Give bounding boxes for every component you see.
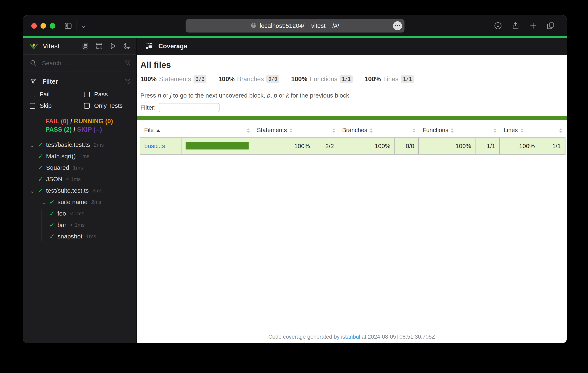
metric-branches: 100% Branches 0/0	[218, 75, 279, 83]
checkbox[interactable]	[30, 92, 35, 97]
tree-item[interactable]: ✓snapshot1ms	[38, 231, 136, 242]
test-name: snapshot	[57, 233, 83, 240]
tree-item[interactable]: ⌄✓test/basic.test.ts2ms	[26, 139, 136, 151]
metric-functions: 100% Functions 1/1	[291, 75, 353, 83]
app-title: Vitest	[43, 42, 60, 50]
coverage-filter-label: Filter:	[140, 104, 156, 111]
chevron-down-icon[interactable]: ⌄	[38, 198, 49, 206]
statements-pct-cell: 100%	[253, 138, 314, 154]
filter-checkbox-only-tests[interactable]: Only Tests	[84, 102, 131, 109]
test-duration: < 1ms	[66, 176, 81, 182]
zoom-window-button[interactable]	[50, 23, 55, 29]
chevron-down-icon[interactable]: ⌄	[26, 141, 38, 148]
chevron-down-icon[interactable]: ⌄	[26, 187, 38, 194]
coverage-status-bar	[137, 116, 567, 120]
run-all-icon[interactable]	[109, 42, 117, 50]
sort-icon	[370, 128, 373, 133]
coverage-header: Coverage	[137, 38, 567, 55]
search-input[interactable]	[42, 60, 124, 67]
col-sorter[interactable]	[181, 127, 253, 138]
branches-frac-cell: 0/0	[395, 138, 419, 154]
coverage-title: Coverage	[158, 42, 187, 50]
url-text[interactable]: localhost:51204/__vitest__/#/	[260, 22, 339, 29]
chevron-down-icon[interactable]: ⌄	[81, 23, 86, 29]
coverage-filter-input[interactable]	[159, 103, 220, 112]
functions-pct-cell: 100%	[419, 138, 475, 154]
clear-search-filter-icon[interactable]	[124, 59, 131, 67]
filter-checkbox-skip[interactable]: Skip	[30, 102, 84, 109]
share-icon[interactable]	[511, 21, 520, 30]
tree-item[interactable]: ✓JSON< 1ms	[26, 173, 136, 185]
table-header-row: File Statements Branches Functions Lines	[140, 127, 565, 138]
address-bar[interactable]: localhost:51204/__vitest__/#/	[186, 19, 404, 32]
file-cell: basic.ts	[140, 138, 181, 154]
tree-item[interactable]: ✓Squared1ms	[26, 162, 136, 173]
file-link[interactable]: basic.ts	[144, 143, 165, 149]
tree-view-icon[interactable]	[81, 42, 89, 50]
pass-count: PASS (2)	[45, 126, 72, 133]
keyboard-hint: Press n or j to go to the next uncovered…	[140, 92, 351, 99]
running-count: RUNNING (0)	[74, 118, 113, 125]
new-tab-icon[interactable]	[529, 21, 538, 30]
clear-filter-icon[interactable]	[124, 78, 131, 85]
pass-check-icon: ✓	[49, 210, 57, 217]
col-header-lines[interactable]: Lines	[500, 127, 539, 138]
pass-check-icon: ✓	[49, 198, 57, 206]
coverage-bar-cell	[181, 138, 253, 154]
tab-overview-icon[interactable]	[546, 21, 555, 30]
sort-icon	[520, 128, 524, 133]
test-name: foo	[57, 210, 66, 217]
pass-check-icon: ✓	[38, 152, 46, 160]
tree-item[interactable]: ✓bar< 1ms	[38, 219, 136, 231]
page-settings-button[interactable]	[393, 21, 402, 30]
col-sorter[interactable]	[539, 127, 565, 138]
test-duration: 1ms	[79, 153, 89, 159]
tree-item[interactable]: ✓foo< 1ms	[38, 208, 136, 219]
titlebar-divider	[76, 21, 77, 30]
test-name: test/basic.test.ts	[46, 141, 90, 148]
accent-line	[23, 36, 567, 38]
col-sorter[interactable]	[395, 127, 419, 138]
tree-guide	[30, 197, 30, 241]
test-name: Squared	[46, 164, 69, 171]
checkbox-label: Only Tests	[94, 102, 123, 109]
branches-pct-cell: 100%	[338, 138, 395, 154]
pass-check-icon: ✓	[38, 141, 46, 149]
tree-item[interactable]: ⌄✓test/suite.test.ts3ms	[26, 185, 136, 196]
test-summary: FAIL (0) / RUNNING (0) PASS (2) / SKIP (…	[23, 117, 136, 137]
col-sorter[interactable]	[475, 127, 500, 138]
col-sorter[interactable]	[314, 127, 338, 138]
downloads-icon[interactable]	[494, 21, 503, 30]
tree-item[interactable]: ✓Math.sqrt()1ms	[26, 151, 136, 162]
metric-statements: 100% Statements 2/2	[140, 75, 206, 83]
pass-check-icon: ✓	[38, 164, 46, 172]
filter-checkbox-pass[interactable]: Pass	[84, 91, 131, 98]
tree-item[interactable]: ⌄✓suite name2ms	[38, 196, 136, 208]
test-name: JSON	[46, 176, 63, 183]
browser-titlebar: ⌄ localhost:51204/__vitest__/#/	[23, 15, 567, 36]
test-duration: 1ms	[73, 165, 83, 171]
checkbox-label: Skip	[40, 102, 52, 109]
col-header-file[interactable]: File	[140, 127, 181, 138]
checkbox[interactable]	[84, 103, 90, 109]
col-header-branches[interactable]: Branches	[338, 127, 395, 138]
sort-icon	[412, 128, 416, 133]
test-name: suite name	[57, 198, 88, 206]
checkbox[interactable]	[84, 92, 90, 97]
dark-mode-icon[interactable]	[123, 42, 131, 50]
minimize-window-button[interactable]	[41, 23, 46, 29]
test-duration: 2ms	[94, 142, 104, 148]
pass-check-icon: ✓	[38, 175, 46, 183]
istanbul-link[interactable]: istanbul	[341, 334, 360, 340]
browser-window: ⌄ localhost:51204/__vitest__/#/	[23, 15, 567, 343]
close-window-button[interactable]	[31, 23, 37, 29]
dashboard-icon[interactable]	[95, 42, 103, 50]
checkbox-label: Fail	[40, 91, 50, 98]
checkbox[interactable]	[30, 103, 35, 109]
search-icon	[30, 59, 37, 67]
statements-frac-cell: 2/2	[314, 138, 338, 154]
sidebar-toggle-icon[interactable]	[64, 21, 73, 30]
col-header-functions[interactable]: Functions	[419, 127, 475, 138]
col-header-statements[interactable]: Statements	[253, 127, 314, 138]
filter-checkbox-fail[interactable]: Fail	[30, 91, 84, 98]
